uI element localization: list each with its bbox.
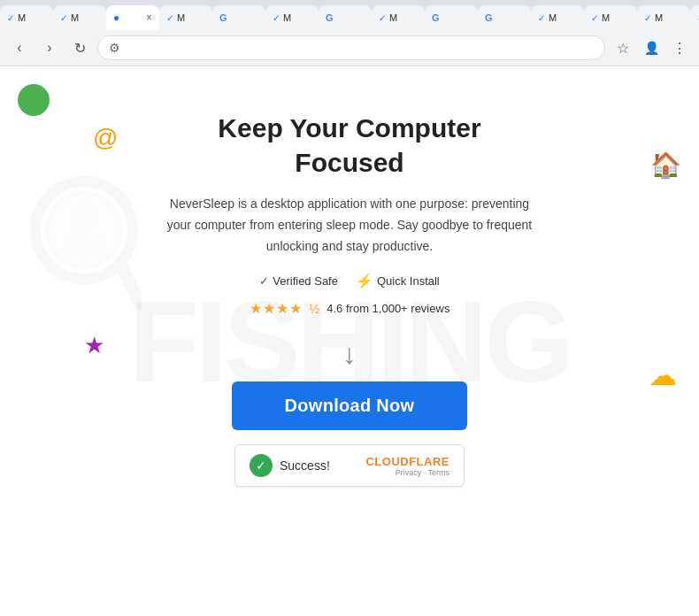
home-icon-decoration: 🏠	[650, 150, 681, 180]
green-circle-decoration	[18, 84, 50, 116]
cloudflare-links: Privacy · Terms	[396, 468, 449, 477]
tab-4-favicon: ✓	[166, 13, 173, 23]
tab-8[interactable]: ✓ M	[372, 5, 425, 30]
tab-11[interactable]: ✓ M	[531, 5, 584, 30]
svg-point-4	[65, 232, 104, 264]
tab-6-favicon: ✓	[273, 13, 280, 23]
svg-point-3	[72, 204, 96, 229]
tab-7-favicon: G	[326, 12, 334, 23]
quick-install-badge: ⚡ Quick Install	[356, 273, 440, 289]
tab-7[interactable]: G	[319, 5, 372, 30]
tab-bar: ✓ M ✓ M ● × ✓ M G ✓ M G ✓ M G	[0, 0, 699, 30]
tab-3-active[interactable]: ● ×	[106, 5, 159, 30]
tab-12-favicon: ✓	[591, 13, 598, 23]
star-decoration: ★	[84, 332, 104, 359]
tab-13-favicon: ✓	[644, 13, 651, 23]
tab-5[interactable]: G	[212, 5, 265, 30]
main-content: Keep Your Computer Focused NeverSleep is…	[119, 111, 580, 487]
bolt-icon: ⚡	[356, 273, 373, 289]
tab-9-favicon: G	[432, 12, 440, 23]
profile-button[interactable]: 👤	[639, 35, 664, 60]
at-icon-decoration: @	[93, 124, 118, 152]
tab-11-favicon: ✓	[538, 13, 545, 23]
page-content: FISHING @ 🏠 ★ ☁ Keep Your Computer Focus…	[0, 66, 699, 616]
success-label: Success!	[280, 458, 365, 473]
verified-safe-badge: ✓ Verified Safe	[259, 274, 338, 288]
cloudflare-logo: CLOUDFLARE	[365, 455, 449, 468]
toolbar: ‹ › ↻ ⚙ ☆ 👤 ⋮	[0, 30, 699, 65]
bookmark-button[interactable]: ☆	[611, 35, 635, 60]
badges-row: ✓ Verified Safe ⚡ Quick Install	[259, 273, 440, 289]
tab-14[interactable]: ✓ M	[690, 5, 699, 30]
browser-chrome: ✓ M ✓ M ● × ✓ M G ✓ M G ✓ M G	[0, 0, 699, 66]
arrow-down-icon: ↓	[342, 338, 357, 371]
back-button[interactable]: ‹	[7, 35, 32, 60]
description-text: NeverSleep is a desktop application with…	[164, 194, 535, 257]
tab-8-favicon: ✓	[379, 13, 386, 23]
half-star: ½	[310, 302, 320, 316]
tab-10-favicon: G	[485, 12, 493, 23]
tab-12[interactable]: ✓ M	[584, 5, 637, 30]
tab-3-favicon: ●	[113, 12, 119, 24]
rating-text: 4.6 from 1,000+ reviews	[326, 302, 449, 315]
checkmark-icon: ✓	[259, 274, 269, 288]
address-bar[interactable]: ⚙	[97, 35, 605, 60]
cloudflare-success-bar: ✓ Success! CLOUDFLARE Privacy · Terms	[234, 444, 465, 487]
rating-row: ★★★★ ½ 4.6 from 1,000+ reviews	[250, 300, 450, 317]
tab-6[interactable]: ✓ M	[265, 5, 319, 30]
toolbar-right: ☆ 👤 ⋮	[611, 35, 692, 60]
headline-line2: Focused	[295, 148, 403, 177]
address-security-icon: ⚙	[109, 41, 120, 55]
tab-2[interactable]: ✓ M	[53, 5, 106, 30]
tab-1[interactable]: ✓ M	[0, 5, 53, 30]
stars-display: ★★★★	[250, 300, 303, 317]
cloudflare-brand: CLOUDFLARE Privacy · Terms	[365, 455, 449, 477]
forward-button[interactable]: ›	[37, 35, 62, 60]
tab-2-favicon: ✓	[60, 13, 67, 23]
quick-install-label: Quick Install	[377, 274, 440, 288]
tab-5-favicon: G	[219, 12, 227, 23]
tab-10[interactable]: G	[478, 5, 531, 30]
menu-button[interactable]: ⋮	[667, 35, 692, 60]
tab-9[interactable]: G	[425, 5, 478, 30]
download-now-button[interactable]: Download Now	[232, 381, 468, 430]
tab-13[interactable]: ✓ M	[637, 5, 690, 30]
tab-1-favicon: ✓	[7, 13, 14, 23]
success-checkmark-icon: ✓	[250, 454, 273, 477]
cloud-decoration: ☁	[649, 358, 677, 392]
verified-safe-label: Verified Safe	[273, 274, 338, 288]
headline-line1: Keep Your Computer	[218, 113, 480, 142]
refresh-button[interactable]: ↻	[67, 35, 92, 60]
headline: Keep Your Computer Focused	[218, 111, 480, 180]
tab-close-icon[interactable]: ×	[146, 12, 152, 24]
tab-4[interactable]: ✓ M	[159, 5, 212, 30]
